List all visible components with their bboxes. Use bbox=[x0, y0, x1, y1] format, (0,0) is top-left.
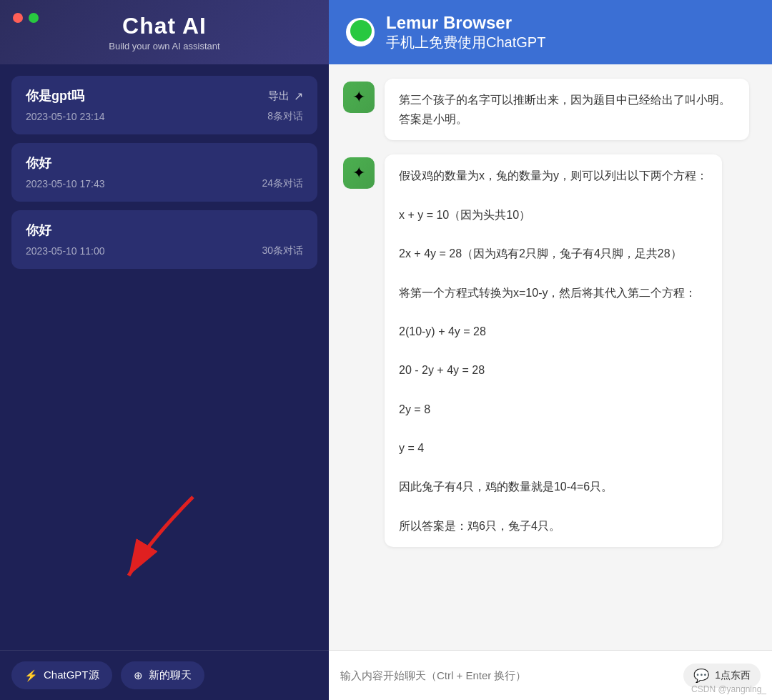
csdn-watermark: CSDN @yangning_ bbox=[691, 684, 766, 694]
export-btn-1[interactable]: 导出 ↗ bbox=[268, 89, 303, 103]
window-controls bbox=[13, 13, 39, 23]
wechat-label: 1点东西 bbox=[715, 669, 751, 682]
sidebar-bottom: ⚡ ChatGPT源 ⊕ 新的聊天 bbox=[0, 650, 329, 700]
export-icon-1: ↗ bbox=[294, 89, 303, 103]
message-bubble-2: 假设鸡的数量为x，兔的数量为y，则可以列出以下两个方程： x + y = 10（… bbox=[385, 154, 722, 547]
app-subtitle: Build your own AI assistant bbox=[109, 41, 219, 51]
window-maximize-btn[interactable] bbox=[29, 13, 39, 23]
chat-input[interactable] bbox=[340, 669, 675, 681]
equalizer-icon: ⚡ bbox=[24, 669, 38, 682]
lemur-browser-title: Lemur Browser bbox=[386, 13, 545, 33]
chat-area: ✦ 第三个孩子的名字可以推断出来，因为题目中已经给出了叫小明。答案是小明。 ✦ … bbox=[329, 64, 772, 700]
chat-source-label: ChatGPT源 bbox=[44, 669, 99, 682]
lemur-info: Lemur Browser 手机上免费使用ChatGPT bbox=[386, 13, 545, 52]
chat-item-2-header: 你好 bbox=[26, 154, 303, 172]
chat-count-1: 8条对话 bbox=[267, 110, 303, 123]
message-text-1: 第三个孩子的名字可以推断出来，因为题目中已经给出了叫小明。答案是小明。 bbox=[399, 94, 731, 125]
chat-date-3: 2023-05-10 11:00 bbox=[26, 245, 105, 257]
chat-item-3-header: 你好 bbox=[26, 222, 303, 239]
message-bubble-1: 第三个孩子的名字可以推断出来，因为题目中已经给出了叫小明。答案是小明。 bbox=[385, 79, 749, 140]
chat-item-1-title: 你是gpt吗 bbox=[26, 87, 84, 104]
export-label-1: 导出 bbox=[268, 89, 290, 103]
ai-avatar-icon-1: ✦ bbox=[352, 88, 365, 107]
chat-date-1: 2023-05-10 23:14 bbox=[26, 111, 105, 122]
main-content: 你是gpt吗 导出 ↗ 2023-05-10 23:14 8条对话 你好 202… bbox=[0, 64, 772, 700]
chat-count-3: 30条对话 bbox=[262, 245, 303, 257]
chat-item-2-footer: 2023-05-10 17:43 24条对话 bbox=[26, 177, 303, 190]
chat-item-1-header: 你是gpt吗 导出 ↗ bbox=[26, 87, 303, 104]
plus-circle-icon: ⊕ bbox=[134, 669, 143, 682]
message-row-1: ✦ 第三个孩子的名字可以推断出来，因为题目中已经给出了叫小明。答案是小明。 bbox=[343, 79, 758, 140]
app-header-left: Chat AI Build your own AI assistant bbox=[0, 0, 329, 64]
lemur-header: 🦝 Lemur Browser 手机上免费使用ChatGPT bbox=[329, 0, 772, 64]
chat-item-1-footer: 2023-05-10 23:14 8条对话 bbox=[26, 110, 303, 123]
ai-avatar-1: ✦ bbox=[343, 82, 375, 113]
chat-item-3-title: 你好 bbox=[26, 222, 51, 239]
chat-item-2[interactable]: 你好 2023-05-10 17:43 24条对话 bbox=[11, 143, 317, 202]
chat-date-2: 2023-05-10 17:43 bbox=[26, 178, 105, 189]
ai-avatar-icon-2: ✦ bbox=[352, 164, 365, 182]
messages-container: ✦ 第三个孩子的名字可以推断出来，因为题目中已经给出了叫小明。答案是小明。 ✦ … bbox=[329, 64, 772, 650]
new-chat-btn[interactable]: ⊕ 新的聊天 bbox=[121, 661, 204, 689]
chat-item-3[interactable]: 你好 2023-05-10 11:00 30条对话 bbox=[11, 210, 317, 269]
chat-item-3-footer: 2023-05-10 11:00 30条对话 bbox=[26, 245, 303, 257]
app-title: Chat AI bbox=[122, 13, 207, 39]
ai-avatar-2: ✦ bbox=[343, 157, 375, 189]
new-chat-label: 新的聊天 bbox=[149, 669, 192, 682]
lemur-browser-subtitle: 手机上免费使用ChatGPT bbox=[386, 33, 545, 52]
chat-source-btn[interactable]: ⚡ ChatGPT源 bbox=[11, 661, 112, 689]
top-bar: Chat AI Build your own AI assistant 🦝 Le… bbox=[0, 0, 772, 64]
status-dot bbox=[350, 20, 372, 41]
message-text-2: 假设鸡的数量为x，兔的数量为y，则可以列出以下两个方程： x + y = 10（… bbox=[399, 169, 708, 531]
chat-count-2: 24条对话 bbox=[262, 177, 303, 190]
red-arrow bbox=[107, 483, 222, 600]
chat-item-2-title: 你好 bbox=[26, 154, 51, 172]
chat-item-1[interactable]: 你是gpt吗 导出 ↗ 2023-05-10 23:14 8条对话 bbox=[11, 76, 317, 134]
window-close-btn[interactable] bbox=[13, 13, 23, 23]
wechat-icon: 💬 bbox=[693, 668, 709, 684]
message-row-2: ✦ 假设鸡的数量为x，兔的数量为y，则可以列出以下两个方程： x + y = 1… bbox=[343, 154, 758, 547]
sidebar: 你是gpt吗 导出 ↗ 2023-05-10 23:14 8条对话 你好 202… bbox=[0, 64, 329, 700]
